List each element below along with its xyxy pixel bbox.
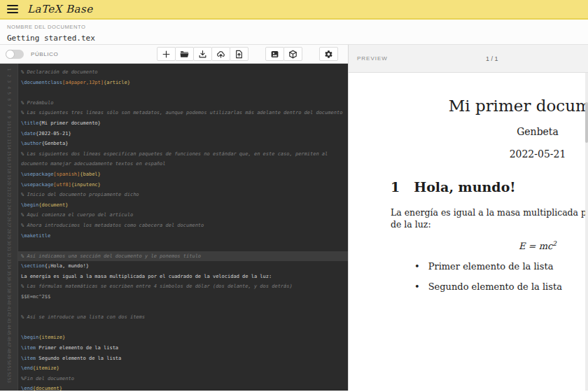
code-token-cmd: \item — [21, 356, 36, 361]
code-line[interactable]: \title{Mi primer documento} — [21, 118, 344, 129]
menu-icon[interactable] — [7, 5, 18, 13]
code-token-txt: Segundo elemento de la lista — [36, 356, 121, 361]
code-line[interactable]: \usepackage[utf8]{inputenc} — [21, 180, 344, 190]
bullet-icon: • — [414, 281, 420, 292]
section-title: Hola, mundo! — [414, 179, 515, 195]
line-number-gutter: 1234567891011121314151617181920212223242… — [0, 64, 18, 391]
toolbar-button-group — [265, 47, 302, 61]
code-line[interactable]: \author{Genbeta} — [21, 139, 344, 149]
cloud-upload-button[interactable] — [211, 47, 230, 61]
code-line[interactable]: % Las siguientes tres líneas sólo son me… — [21, 108, 344, 118]
document-name-bar: NOMBRE DEL DOCUMENTO Getting started.tex — [0, 20, 588, 45]
import-file-button[interactable] — [230, 47, 248, 61]
download-button[interactable] — [193, 47, 212, 61]
code-token-opt: [spanish] — [53, 172, 80, 177]
list-item: •Primer elemento de la lista — [414, 261, 588, 272]
code-line[interactable]: \section{¡Hola, mundo!} — [21, 261, 344, 272]
formula-base: E = mc — [519, 241, 552, 251]
code-line[interactable]: \begin{document} — [21, 200, 344, 211]
download-icon — [198, 50, 207, 59]
preview-pane: PREVIEW 1 / 1 Mi primer documento Genbet… — [348, 45, 588, 391]
document-name-field[interactable]: Getting started.tex — [7, 34, 581, 43]
code-token-comment: % Aquí comienza el cuerpo del artículo — [21, 212, 133, 218]
code-line[interactable]: \item Primer elemento de la lista — [21, 343, 344, 354]
code-line[interactable]: \end{itemize} — [21, 363, 344, 374]
code-token-comment: % Preámbulo — [21, 100, 53, 106]
code-line[interactable] — [21, 302, 344, 313]
code-line[interactable]: % Aquí comienza el cuerpo del artículo — [21, 210, 344, 220]
packages-button[interactable] — [284, 47, 302, 61]
public-toggle[interactable] — [6, 50, 24, 59]
settings-button[interactable] — [319, 47, 338, 61]
toolbar: PÚBLICO — [0, 45, 348, 64]
code-line[interactable]: %Fin del documento — [21, 374, 344, 384]
code-line[interactable]: \begin{itemize} — [21, 332, 344, 343]
code-token-comment: % Ahora introducimos los metadatos como … — [21, 223, 204, 228]
code-token-cmd: \documentclass — [21, 80, 62, 85]
code-token-cmd: \end — [21, 386, 33, 391]
code-line[interactable]: La energía es igual a la masa multiplica… — [21, 272, 344, 282]
code-token-env: {document} — [38, 202, 68, 208]
open-document-button[interactable] — [175, 47, 194, 61]
code-token-env: {article} — [104, 80, 130, 85]
code-line[interactable]: \end{document} — [21, 384, 344, 391]
code-line[interactable] — [21, 88, 344, 98]
code-token-cmd: \title — [21, 120, 38, 126]
main-split: PÚBLICO 12345678910111213141516171819202… — [0, 45, 588, 391]
code-editor[interactable]: 1234567891011121314151617181920212223242… — [0, 64, 348, 391]
code-line[interactable] — [21, 323, 344, 333]
code-token-env: {itemize} — [33, 365, 59, 371]
code-line[interactable]: % Inicio del documento propiamente dicho — [21, 190, 344, 200]
rendered-formula: E = mc2 — [391, 240, 588, 251]
code-token-txt: {Genbeta} — [42, 141, 69, 146]
code-line[interactable]: % Ahora introducimos los metadatos como … — [21, 220, 344, 231]
code-token-cmd: \date — [21, 131, 36, 136]
code-line[interactable] — [21, 241, 344, 251]
code-area[interactable]: % Declaración de documento\documentclass… — [18, 64, 348, 391]
section-number: 1 — [391, 179, 400, 195]
preview-scrollbar-thumb[interactable] — [585, 102, 588, 143]
code-token-comment: % Las siguientes dos líneas especifican … — [21, 151, 331, 167]
code-line[interactable]: $$E=mc^2$$ — [21, 292, 344, 302]
code-line[interactable]: % Así se introduce una lista con dos íte… — [21, 312, 344, 323]
rendered-title: Mi primer documento — [391, 97, 588, 115]
insert-image-button[interactable] — [265, 47, 284, 61]
code-line[interactable]: % Las siguientes dos líneas especifican … — [21, 149, 344, 169]
code-line[interactable]: \documentclass[a4paper,12pt]{article} — [21, 78, 344, 88]
code-token-txt: {2022-05-21} — [36, 131, 71, 136]
code-line[interactable]: \item Segundo elemento de la lista — [21, 354, 344, 364]
code-line[interactable]: % Declaración de documento — [21, 67, 344, 78]
preview-label: PREVIEW — [357, 55, 388, 62]
code-token-cmd: \author — [21, 141, 42, 146]
code-token-cmd: \end — [21, 365, 33, 371]
code-line[interactable]: \date{2022-05-21} — [21, 129, 344, 139]
code-line[interactable]: % Las fórmulas matemáticas se escriben e… — [21, 281, 344, 292]
line-number: 53 — [6, 372, 12, 389]
code-line[interactable]: % Preámbulo — [21, 98, 344, 108]
formula-exponent: 2 — [552, 240, 556, 247]
list-item-text: Primer elemento de la lista — [428, 261, 554, 272]
code-token-env: {inputenc} — [71, 182, 101, 188]
package-icon — [288, 50, 298, 59]
preview-scrollbar — [585, 73, 588, 391]
code-token-comment: % Inicio del documento propiamente dicho — [21, 192, 139, 197]
code-line[interactable]: \usepackage[spanish]{babel} — [21, 169, 344, 180]
cloud-upload-icon — [216, 50, 225, 59]
code-line[interactable]: \maketitle — [21, 231, 344, 241]
code-token-opt: [a4paper,12pt] — [62, 80, 104, 85]
code-token-txt: Primer elemento de la lista — [36, 345, 118, 351]
code-token-comment: % Las siguientes tres líneas sólo son me… — [21, 110, 342, 115]
preview-body: Mi primer documento Genbeta 2022-05-21 1… — [349, 73, 588, 391]
gear-icon — [324, 50, 333, 59]
toggle-knob — [6, 50, 15, 59]
app-header: LaTeX Base — [0, 0, 588, 20]
code-token-cmd: \maketitle — [21, 233, 50, 239]
rendered-date: 2022-05-21 — [391, 148, 588, 160]
file-upload-icon — [234, 50, 244, 59]
code-line[interactable]: % Así indicamos una sección del document… — [18, 251, 348, 262]
new-document-button[interactable] — [157, 47, 176, 61]
toolbar-button-group — [157, 47, 248, 61]
list-item-text: Segundo elemento de la lista — [428, 281, 562, 292]
paragraph-line: de la luz: — [391, 219, 588, 231]
code-token-cmd: \item — [21, 345, 36, 351]
